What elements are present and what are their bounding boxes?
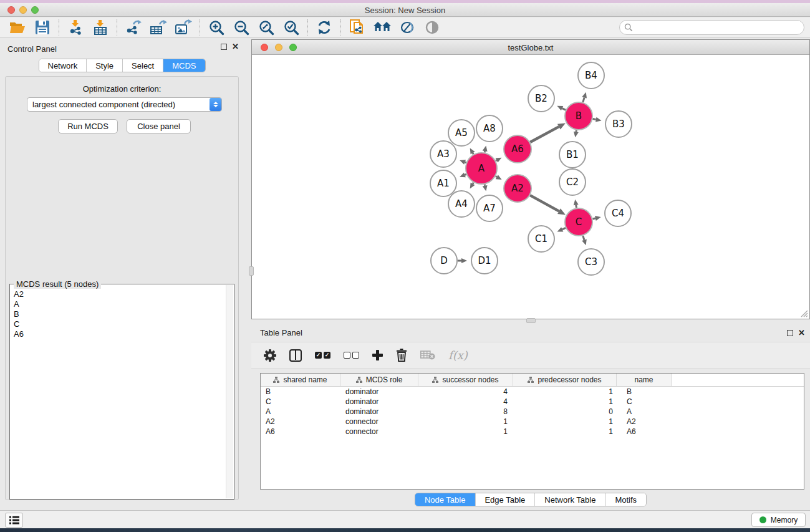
table-cell[interactable]: 4: [418, 397, 513, 407]
graph-edge-B-B3[interactable]: [593, 119, 596, 120]
export-image-icon[interactable]: [171, 18, 196, 37]
table-cell[interactable]: 1: [418, 427, 513, 437]
open-session-icon[interactable]: [5, 18, 30, 37]
table-cell[interactable]: 1: [513, 417, 617, 427]
horizontal-split-handle[interactable]: [526, 318, 536, 323]
column-header-shared-name[interactable]: shared name: [261, 374, 340, 386]
result-scrollbar[interactable]: [226, 285, 233, 498]
zoom-selected-icon[interactable]: [279, 18, 304, 37]
graph-edge-A-A4[interactable]: [473, 183, 473, 184]
close-table-panel-icon[interactable]: ✕: [798, 330, 805, 336]
graph-edge-B-B4[interactable]: [583, 97, 584, 102]
graph-edge-A6-B[interactable]: [530, 127, 559, 142]
column-header-predecessor-nodes[interactable]: predecessor nodes: [513, 374, 617, 386]
search-field[interactable]: [619, 20, 804, 35]
table-row[interactable]: A2connector11A2: [261, 417, 804, 427]
table-cell[interactable]: connector: [340, 427, 418, 437]
table-cell[interactable]: dominator: [340, 407, 418, 417]
graph-edge-A-A3[interactable]: [465, 162, 466, 163]
tab-mcds[interactable]: MCDS: [163, 59, 205, 72]
result-item[interactable]: A6: [10, 329, 226, 339]
table-cell[interactable]: A: [261, 407, 340, 417]
resize-grip-icon[interactable]: [800, 309, 808, 317]
table-cell[interactable]: A2: [617, 417, 672, 427]
table-options-gear-icon[interactable]: [264, 349, 276, 362]
search-input[interactable]: [633, 22, 804, 33]
result-item[interactable]: C: [10, 319, 226, 329]
add-column-icon[interactable]: [372, 350, 383, 360]
table-cell[interactable]: connector: [340, 417, 418, 427]
network-window-titlebar[interactable]: testGlobe.txt: [252, 40, 809, 55]
run-mcds-button[interactable]: Run MCDS: [58, 119, 118, 133]
table-cell[interactable]: A6: [261, 427, 340, 437]
table-row[interactable]: Bdominator41B: [261, 387, 804, 397]
table-row[interactable]: Adominator80A: [261, 407, 804, 417]
function-builder-icon[interactable]: f(x): [448, 349, 468, 362]
graph-edge-B-B2[interactable]: [562, 109, 566, 110]
save-session-icon[interactable]: [30, 18, 55, 37]
export-table-icon[interactable]: [146, 18, 171, 37]
graph-edge-A-A6[interactable]: [496, 160, 497, 161]
table-cell[interactable]: A6: [617, 427, 672, 437]
table-cell[interactable]: 4: [418, 387, 513, 397]
table-cell[interactable]: A2: [261, 417, 340, 427]
close-panel-icon[interactable]: ✕: [232, 44, 239, 50]
table-cell[interactable]: B: [617, 387, 672, 397]
show-column-icon[interactable]: [289, 349, 302, 362]
result-item[interactable]: A: [10, 299, 226, 309]
graph-edge-C-C3[interactable]: [583, 236, 584, 240]
result-item[interactable]: B: [10, 309, 226, 319]
table-row[interactable]: A6connector11A6: [261, 427, 804, 437]
hide-graphics-details-icon[interactable]: [395, 18, 420, 37]
table-cell[interactable]: 8: [418, 407, 513, 417]
column-header-MCDS-role[interactable]: MCDS role: [340, 374, 418, 386]
table-cell[interactable]: C: [617, 397, 672, 407]
deselect-all-checkboxes-icon[interactable]: [344, 352, 359, 359]
graph-edge-C-C2[interactable]: [576, 205, 577, 208]
new-network-from-selection-icon[interactable]: [345, 18, 370, 37]
zoom-fit-icon[interactable]: [254, 18, 279, 37]
tab-node-table[interactable]: Node Table: [415, 493, 476, 506]
float-table-panel-icon[interactable]: [787, 330, 793, 336]
select-all-checkboxes-icon[interactable]: ✓✓: [315, 352, 330, 359]
table-cell[interactable]: dominator: [340, 387, 418, 397]
tab-motifs[interactable]: Motifs: [605, 493, 646, 506]
float-panel-icon[interactable]: [221, 44, 227, 50]
table-cell[interactable]: 1: [513, 427, 617, 437]
task-history-button[interactable]: [5, 513, 23, 528]
tab-style[interactable]: Style: [87, 59, 123, 72]
memory-button[interactable]: Memory: [751, 513, 806, 527]
table-row[interactable]: Cdominator41C: [261, 397, 804, 407]
table-cell[interactable]: B: [261, 387, 340, 397]
tab-select[interactable]: Select: [123, 59, 163, 72]
table-cell[interactable]: A: [617, 407, 672, 417]
mcds-result-list[interactable]: A2ABCA6: [10, 289, 226, 498]
tab-network-table[interactable]: Network Table: [535, 493, 605, 506]
tab-network[interactable]: Network: [39, 59, 87, 72]
graph-edge-A-A2[interactable]: [496, 177, 497, 177]
graph-edge-C-C4[interactable]: [592, 218, 595, 219]
column-header-successor-nodes[interactable]: successor nodes: [418, 374, 513, 386]
column-header-name[interactable]: name: [617, 374, 672, 386]
graph-edge-A-A5[interactable]: [473, 153, 473, 154]
table-cell[interactable]: 1: [513, 387, 617, 397]
import-network-icon[interactable]: [63, 18, 88, 37]
table-cell[interactable]: dominator: [340, 397, 418, 407]
delete-column-icon[interactable]: [396, 349, 407, 362]
export-network-icon[interactable]: [121, 18, 146, 37]
close-panel-button[interactable]: Close panel: [127, 119, 191, 133]
tab-edge-table[interactable]: Edge Table: [475, 493, 535, 506]
refresh-icon[interactable]: [312, 18, 337, 37]
graph-edge-A2-C[interactable]: [530, 195, 559, 211]
zoom-out-icon[interactable]: [229, 18, 254, 37]
table-cell[interactable]: C: [261, 397, 340, 407]
show-graphics-details-icon[interactable]: [420, 18, 445, 37]
delete-table-icon[interactable]: [420, 351, 435, 360]
criterion-dropdown[interactable]: largest connected component (directed): [27, 97, 222, 112]
table-cell[interactable]: 1: [513, 397, 617, 407]
graph-edge-C-C1[interactable]: [562, 228, 566, 229]
table-cell[interactable]: 1: [418, 417, 513, 427]
graph-edge-A-A1[interactable]: [465, 175, 466, 175]
table-cell[interactable]: 0: [513, 407, 617, 417]
vertical-split-handle[interactable]: [249, 266, 254, 276]
